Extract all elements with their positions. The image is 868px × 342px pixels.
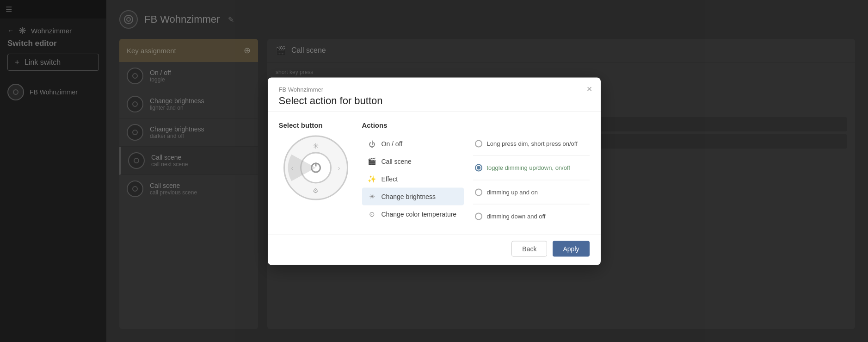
option-divider-0 <box>473 155 590 156</box>
action-item-4[interactable]: ⊙ Change color temperature <box>362 205 464 223</box>
action-label-4: Change color temperature <box>382 210 457 218</box>
modal-close-button[interactable]: × <box>587 84 592 93</box>
option-radio-3 <box>475 213 482 220</box>
actions-col-title: Actions <box>362 121 464 129</box>
dial-outer: ✳ ‹ › ⚙ <box>283 135 348 200</box>
option-item-3[interactable]: dimming down and off <box>473 208 590 225</box>
action-label-2: Effect <box>382 175 398 182</box>
apply-button[interactable]: Apply <box>553 241 589 256</box>
options-col: ​ Long press dim, short press on/off tog… <box>473 121 590 224</box>
option-text-0: Long press dim, short press on/off <box>487 139 578 148</box>
action-icon-3: ☀ <box>368 192 377 200</box>
back-button[interactable]: Back <box>511 241 547 256</box>
action-item-1[interactable]: 🎬 Call scene <box>362 152 464 170</box>
select-button-col: Select button ✳ ‹ › ⚙ <box>279 121 353 224</box>
action-item-2[interactable]: ✨ Effect <box>362 170 464 187</box>
action-item-0[interactable]: ⏻ On / off <box>362 135 464 152</box>
option-radio-0 <box>475 140 482 147</box>
action-icon-1: 🎬 <box>368 157 377 165</box>
action-label-1: Call scene <box>382 157 412 165</box>
modal-header: FB Wohnzimmer Select action for button × <box>268 77 601 112</box>
action-label-3: Change brightness <box>382 193 436 200</box>
modal: FB Wohnzimmer Select action for button ×… <box>268 77 601 265</box>
dial-visual: ✳ ‹ › ⚙ <box>283 135 348 200</box>
option-divider-1 <box>473 180 590 180</box>
option-item-2[interactable]: dimming up and on <box>473 184 590 200</box>
select-button-col-title: Select button <box>279 121 323 129</box>
modal-footer: Back Apply <box>268 234 601 265</box>
option-item-0[interactable]: Long press dim, short press on/off <box>473 135 590 152</box>
action-icon-0: ⏻ <box>368 140 377 148</box>
option-text-1: toggle dimming up/down, on/off <box>487 163 570 173</box>
action-icon-4: ⊙ <box>368 210 377 218</box>
option-text-2: dimming up and on <box>487 187 538 197</box>
modal-subtitle: FB Wohnzimmer <box>279 86 590 93</box>
option-text-3: dimming down and off <box>487 212 546 221</box>
modal-body: Select button ✳ ‹ › ⚙ Act <box>268 112 601 234</box>
modal-title: Select action for button <box>279 94 590 106</box>
option-item-1[interactable]: toggle dimming up/down, on/off <box>473 160 590 176</box>
action-icon-2: ✨ <box>368 174 377 183</box>
action-item-3[interactable]: ☀ Change brightness <box>362 187 464 205</box>
option-divider-2 <box>473 204 590 205</box>
actions-col: Actions ⏻ On / off 🎬 Call scene ✨ Effect… <box>362 121 464 224</box>
option-radio-1 <box>475 164 482 172</box>
option-radio-2 <box>475 188 482 196</box>
action-label-0: On / off <box>382 140 403 148</box>
